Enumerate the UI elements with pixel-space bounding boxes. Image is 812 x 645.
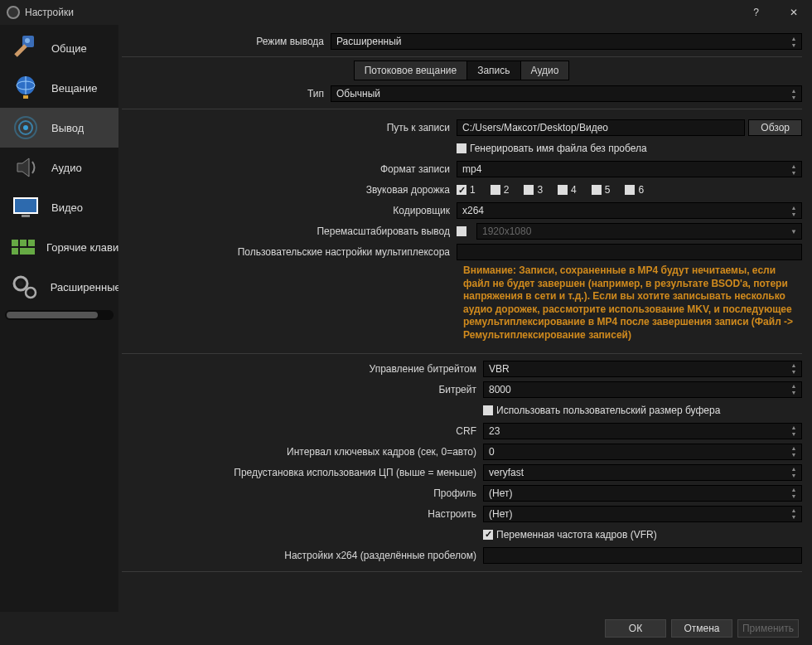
svg-rect-9: [22, 215, 30, 217]
track-3[interactable]: 3: [524, 184, 554, 196]
profile-combo[interactable]: (Нет) ▲▼: [483, 485, 802, 502]
close-button[interactable]: ✕: [775, 0, 812, 25]
preset-combo[interactable]: veryfast ▲▼: [483, 464, 802, 481]
tab-audio[interactable]: Аудио: [520, 61, 570, 80]
format-combo[interactable]: mp4 ▲▼: [457, 161, 802, 177]
no-space-checkbox[interactable]: Генерировать имя файла без пробела: [457, 143, 647, 154]
gears-icon: [8, 270, 42, 303]
mux-input[interactable]: [457, 244, 802, 260]
divider: [122, 56, 802, 57]
tune-combo[interactable]: (Нет) ▲▼: [483, 506, 802, 522]
sidebar-scrollbar[interactable]: [5, 310, 114, 320]
wrench-icon: [8, 32, 43, 65]
sidebar-item-label: Вещание: [51, 82, 98, 95]
mux-label: Пользовательские настройки мультиплексор…: [122, 246, 457, 258]
ok-button[interactable]: ОК: [605, 619, 666, 638]
svg-rect-8: [14, 198, 37, 213]
vfr-checkbox[interactable]: Переменная частота кадров (VFR): [483, 529, 657, 541]
encoder-settings-block: Управление битрейтом VBR ▲▼ Битрейт 8000…: [122, 353, 802, 572]
path-input[interactable]: [457, 119, 745, 136]
output-mode-label: Режим вывода: [122, 36, 331, 47]
combo-value: 23: [489, 425, 500, 437]
sidebar-item-audio[interactable]: Аудио: [0, 148, 118, 187]
sidebar-item-label: Вывод: [51, 122, 84, 134]
rescale-label: Перемасштабировать вывод: [122, 226, 457, 237]
sidebar-item-label: Аудио: [51, 162, 82, 174]
window-title: Настройки: [25, 7, 737, 18]
output-mode-combo[interactable]: Расширенный ▲▼: [331, 33, 802, 50]
checkbox-icon: [524, 185, 534, 195]
crf-input[interactable]: 23 ▲▼: [483, 423, 802, 439]
sidebar-item-stream[interactable]: Вещание: [0, 68, 118, 108]
path-label: Путь к записи: [122, 122, 457, 133]
combo-value: x264: [462, 205, 484, 216]
x264opts-label: Настройки x264 (разделённые пробелом): [122, 550, 483, 561]
sub-tabs: Потоковое вещание Запись Аудио: [122, 61, 802, 80]
sidebar-item-hotkeys[interactable]: Горячие клавиши: [0, 227, 118, 267]
combo-value: 0: [489, 446, 495, 458]
combo-value: Обычный: [336, 88, 380, 99]
sidebar-item-advanced[interactable]: Расширенные: [0, 267, 118, 307]
combo-value: 8000: [489, 384, 511, 395]
sidebar-item-label: Расширенные: [51, 281, 118, 293]
combo-value: VBR: [489, 363, 510, 375]
mp4-warning: Внимание: Записи, сохраненные в MP4 буду…: [122, 263, 802, 353]
tab-streaming[interactable]: Потоковое вещание: [354, 61, 468, 80]
track-2[interactable]: 2: [491, 184, 521, 196]
titlebar: Настройки ? ✕: [0, 0, 812, 25]
svg-point-5: [23, 125, 28, 130]
keyint-label: Интервал ключевых кадров (сек, 0=авто): [122, 446, 483, 458]
encoder-combo[interactable]: x264 ▲▼: [457, 202, 802, 219]
bitrate-label: Битрейт: [122, 384, 483, 395]
svg-rect-11: [20, 240, 27, 246]
encoder-label: Кодировщик: [122, 205, 457, 216]
checkbox-icon: [491, 185, 500, 195]
track-label: Звуковая дорожка: [122, 184, 457, 196]
svg-rect-10: [12, 240, 18, 246]
content-panel: Режим вывода Расширенный ▲▼ Потоковое ве…: [118, 25, 812, 612]
checkbox-label: Генерировать имя файла без пробела: [470, 143, 647, 154]
app-icon: [7, 6, 20, 19]
bitrate-input[interactable]: 8000 ▲▼: [483, 381, 802, 398]
help-button[interactable]: ?: [737, 0, 775, 25]
track-4[interactable]: 4: [558, 184, 588, 196]
combo-value: mp4: [462, 163, 481, 175]
svg-rect-12: [28, 240, 35, 246]
sidebar-item-video[interactable]: Видео: [0, 187, 118, 227]
type-combo[interactable]: Обычный ▲▼: [331, 85, 802, 102]
checkbox-icon: [483, 530, 493, 540]
rate-control-combo[interactable]: VBR ▲▼: [483, 361, 802, 377]
browse-button[interactable]: Обзор: [748, 119, 802, 136]
track-5[interactable]: 5: [592, 184, 622, 196]
sidebar-item-output[interactable]: Вывод: [0, 108, 118, 148]
broadcast-icon: [8, 111, 43, 144]
track-6[interactable]: 6: [625, 184, 655, 196]
track-1[interactable]: 1: [457, 184, 487, 196]
sidebar: Общие Вещание Вывод Аудио Видео Горячие …: [0, 25, 118, 612]
rescale-checkbox[interactable]: [457, 226, 470, 236]
rc-label: Управление битрейтом: [122, 363, 483, 375]
sidebar-item-general[interactable]: Общие: [0, 28, 118, 68]
speaker-icon: [8, 151, 43, 184]
globe-icon: [8, 71, 43, 104]
keyint-input[interactable]: 0 ▲▼: [483, 444, 802, 460]
crf-label: CRF: [122, 425, 483, 437]
svg-point-1: [25, 38, 30, 43]
dialog-footer: ОК Отмена Применить: [0, 612, 812, 645]
tab-recording[interactable]: Запись: [466, 61, 520, 80]
custom-buffer-checkbox[interactable]: Использовать пользовательский размер буф…: [483, 405, 720, 416]
svg-rect-13: [12, 248, 18, 255]
apply-button[interactable]: Применить: [737, 619, 799, 638]
combo-value: 1920x1080: [482, 226, 531, 237]
svg-rect-14: [20, 248, 35, 255]
checkbox-icon: [457, 143, 466, 153]
x264opts-input[interactable]: [483, 547, 802, 564]
cancel-button[interactable]: Отмена: [671, 619, 732, 638]
sidebar-item-label: Видео: [51, 201, 83, 214]
profile-label: Профиль: [122, 487, 483, 499]
checkbox-icon: [457, 185, 466, 195]
checkbox-icon: [592, 185, 602, 195]
checkbox-label: Использовать пользовательский размер буф…: [496, 405, 720, 416]
combo-value: Расширенный: [336, 36, 402, 47]
divider: [122, 109, 802, 109]
